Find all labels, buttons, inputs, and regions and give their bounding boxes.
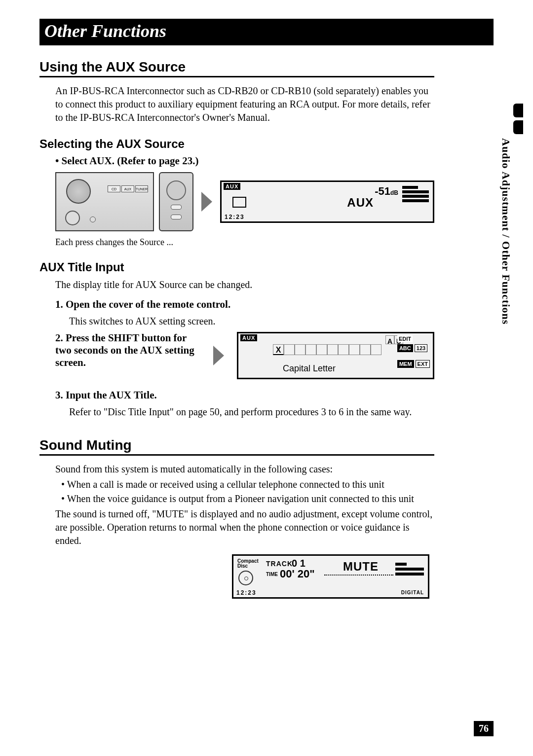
edit-cell [349, 344, 360, 355]
thumb-tab-icon [513, 120, 523, 134]
mute-bullet-1: • When a call is made or received using … [61, 478, 434, 491]
edit-cell [371, 344, 381, 355]
step-1: 1. Open the cover of the remote control. [55, 298, 434, 311]
remote-plus-btn [171, 215, 182, 219]
tag-edit: EDIT [397, 335, 413, 342]
mute-bullet-2: • When the voice guidance is output from… [61, 492, 434, 505]
time-label: TIME [266, 572, 278, 577]
edit-cell [316, 344, 327, 355]
lcd-aux-display: AUX -51dB AUX 12:23 [220, 180, 434, 223]
section-sound-muting: Sound Muting [39, 437, 434, 456]
lcd-clock: 12:23 [225, 214, 245, 220]
step-2: 2. Press the SHIFT button for two second… [55, 332, 200, 369]
tag-mem: MEM [397, 360, 414, 368]
subheading-selecting-aux: Selecting the AUX Source [39, 137, 434, 151]
speaker-icon [232, 197, 246, 208]
mute-text: MUTE [343, 560, 379, 574]
panel-btn-cd: CD [108, 185, 120, 192]
section-using-aux: Using the AUX Source [39, 59, 434, 77]
lcd-aux-badge: AUX [224, 183, 240, 190]
edit-cell [284, 344, 295, 355]
chapter-title: Other Functions [39, 19, 494, 45]
lcd-edit-display: AUX A U X Capital Letter [237, 332, 434, 379]
digital-label: DIGITAL [401, 590, 424, 595]
step-select-aux: • Select AUX. (Refer to page 23.) [55, 155, 434, 167]
dpad-icon [166, 180, 186, 200]
side-section-label: Audio Adjustment / Other Functions [499, 138, 512, 365]
aux-intro-text: An IP-BUS-RCA Interconnector such as CD-… [55, 84, 434, 124]
page-number: 76 [474, 721, 494, 736]
remote-control-illustration [159, 172, 193, 231]
edit-caption: Capital Letter [283, 363, 336, 374]
arrow-right-icon [201, 192, 212, 212]
edit-input-grid: X [273, 344, 381, 355]
source-button-icon [65, 211, 80, 225]
lcd-aux-text: AUX [347, 196, 374, 210]
edit-side-tags: EDIT ABC 123 MEM EXT [397, 335, 430, 368]
figure-select-aux: CD AUX TUNER AUX -51dB [55, 172, 434, 231]
time-value: 00' 20" [280, 568, 315, 580]
edit-cell [327, 344, 338, 355]
waveform-icon [324, 575, 393, 576]
tag-abc: ABC [397, 344, 413, 352]
lcd-db-value: -51dB [375, 185, 398, 198]
step-3: 3. Input the AUX Title. [55, 389, 434, 401]
display-button-icon [90, 216, 96, 222]
remote-minus-btn [171, 205, 182, 210]
aux-title-intro: The display title for AUX Source can be … [55, 278, 434, 291]
lcd-db-number: -51 [375, 185, 390, 197]
panel-btn-aux: AUX [121, 185, 134, 192]
edit-cell [338, 344, 349, 355]
panel-btn-tuner: TUNER [135, 185, 148, 192]
tag-123: 123 [415, 344, 427, 352]
edit-cell [305, 344, 316, 355]
level-bars [395, 563, 424, 576]
mute-outro: The sound is turned off, "MUTE" is displ… [55, 507, 434, 547]
mute-bullets: • When a call is made or received using … [61, 478, 434, 505]
device-panel-illustration: CD AUX TUNER [55, 172, 154, 231]
disc-icon [238, 571, 253, 585]
cd-label: CompactDisc [237, 559, 259, 569]
arrow-right-icon [213, 346, 224, 365]
mute-clock: 12:23 [236, 589, 257, 596]
lcd-db-unit: dB [390, 189, 398, 196]
track-label: TRACK [266, 560, 293, 568]
lcd-mute-display: CompactDisc TRACK 0 1 TIME 00' 20" MUTE … [232, 554, 429, 599]
edit-cell-1: X [273, 344, 284, 355]
edit-cell [295, 344, 305, 355]
edit-cell [360, 344, 371, 355]
thumb-tab-icon [513, 104, 523, 117]
select-aux-note: Each press changes the Source ... [55, 237, 434, 248]
step-3-note: Refer to "Disc Title Input" on page 50, … [69, 406, 434, 418]
edit-cell-a: A [385, 335, 394, 344]
lcd-aux-badge: AUX [240, 334, 257, 341]
lcd-level-bars [402, 186, 429, 202]
subheading-aux-title: AUX Title Input [39, 260, 434, 274]
dial-knob-icon [66, 179, 91, 204]
mute-intro: Sound from this system is muted automati… [55, 463, 434, 476]
tag-ext: EXT [416, 360, 430, 368]
step-1-note: This switches to AUX setting screen. [69, 316, 434, 327]
